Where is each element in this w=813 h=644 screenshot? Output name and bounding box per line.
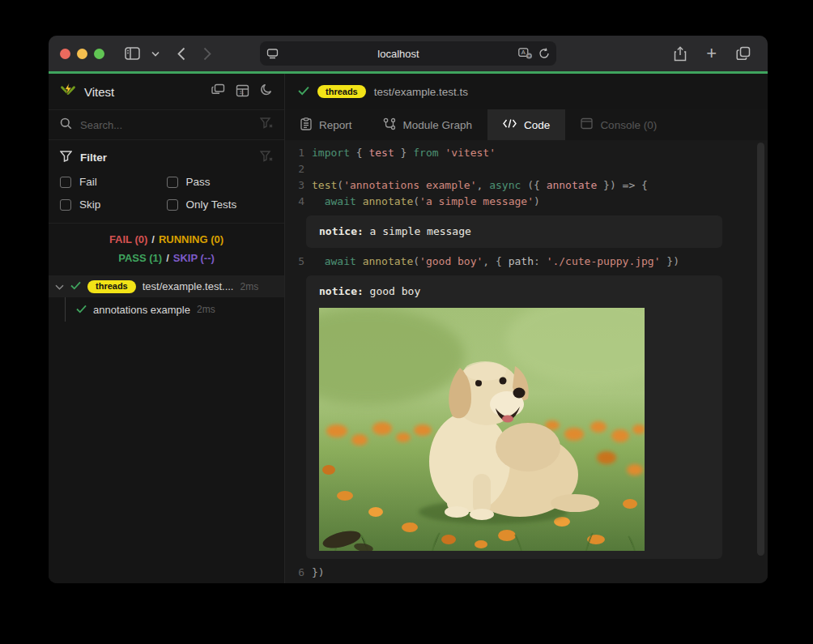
open-file-name: test/example.test.ts — [374, 86, 468, 98]
file-header: threads test/example.test.ts — [285, 74, 768, 109]
filter-funnel-icon — [60, 151, 72, 164]
annotation-notice: notice: good boy — [306, 275, 722, 559]
traffic-lights — [60, 49, 104, 59]
annotation-message: good boy — [364, 285, 420, 297]
new-tab-icon[interactable]: + — [700, 41, 722, 66]
test-duration: 2ms — [240, 281, 258, 292]
filter-checkbox-fail[interactable]: Fail — [60, 176, 167, 188]
annotation-label: notice: — [319, 225, 364, 237]
tab-overview-icon[interactable] — [730, 41, 756, 66]
sidebar-toggle-icon[interactable] — [119, 41, 146, 66]
view-tabs: Report Module Graph — [285, 109, 768, 140]
share-icon[interactable] — [668, 41, 692, 66]
pass-count: PASS (1) — [118, 252, 162, 264]
report-icon — [300, 117, 312, 133]
filter-checkbox-pass[interactable]: Pass — [167, 176, 274, 188]
test-file-name: test/example.test.... — [143, 280, 234, 292]
search-input[interactable] — [80, 119, 252, 131]
test-case-row[interactable]: annotations example 2ms — [49, 297, 284, 322]
browser-window: localhost A ★ — [49, 36, 768, 583]
tab-console[interactable]: Console (0) — [565, 109, 672, 140]
url-text: localhost — [279, 48, 518, 60]
check-icon — [298, 84, 309, 99]
app-title: Vitest — [84, 85, 114, 99]
clear-search-filter-icon[interactable] — [260, 117, 273, 132]
test-summary: FAIL (0)/RUNNING (0) PASS (1)/SKIP (--) — [49, 224, 284, 275]
pool-badge: threads — [317, 85, 366, 98]
search-icon — [60, 117, 72, 133]
test-file-row[interactable]: threads test/example.test.... 2ms — [49, 275, 284, 297]
filter-label: Filter — [80, 151, 107, 164]
code-line: 2 — [285, 161, 768, 177]
code-line: 6}) — [285, 565, 768, 581]
dashboard-icon[interactable] — [211, 83, 225, 100]
checkbox-icon — [167, 199, 178, 211]
zoom-window-button[interactable] — [94, 49, 104, 59]
checkbox-icon — [60, 177, 71, 188]
translate-icon[interactable]: A ★ — [518, 48, 533, 59]
sidebar: Vitest 31 — [49, 74, 285, 583]
annotation-message: a simple message — [364, 225, 471, 237]
minimize-window-button[interactable] — [77, 49, 87, 59]
code-icon — [503, 118, 517, 131]
tab-report[interactable]: Report — [285, 109, 368, 140]
code-line: 3test('annotations example', async ({ an… — [285, 177, 768, 194]
close-window-button[interactable] — [60, 49, 70, 59]
tab-code[interactable]: Code — [487, 109, 565, 140]
forward-button[interactable] — [198, 41, 217, 66]
code-line: 7 — [285, 581, 768, 583]
tab-module-graph[interactable]: Module Graph — [368, 109, 488, 140]
page-icon — [266, 49, 279, 59]
test-case-name: annotations example — [93, 304, 190, 316]
check-icon — [70, 280, 81, 292]
running-count: RUNNING (0) — [159, 233, 223, 245]
reload-icon[interactable] — [538, 48, 550, 59]
browser-toolbar: localhost A ★ — [49, 36, 768, 71]
annotation-notice: notice: a simple message — [306, 215, 722, 248]
svg-text:★: ★ — [527, 53, 531, 58]
dark-mode-moon-icon[interactable] — [260, 83, 273, 100]
calendar-icon[interactable]: 31 — [236, 83, 249, 100]
code-editor[interactable]: 1import { test } from 'vitest' 2 3test('… — [285, 140, 768, 583]
module-graph-icon — [383, 117, 396, 133]
test-tree: threads test/example.test.... 2ms annota… — [49, 275, 284, 583]
check-icon — [76, 304, 87, 316]
skip-count: SKIP (--) — [173, 252, 215, 264]
clear-filter-icon[interactable] — [260, 151, 273, 164]
filter-checkbox-only-tests[interactable]: Only Tests — [167, 198, 274, 211]
fail-count: FAIL (0) — [109, 233, 147, 245]
filter-section: Filter Fail Pass — [49, 140, 284, 224]
puppy-attachment-image — [319, 308, 645, 551]
chevron-down-icon[interactable] — [55, 280, 64, 292]
back-button[interactable] — [172, 41, 191, 66]
svg-text:A: A — [521, 49, 526, 56]
checkbox-icon — [60, 199, 71, 211]
code-line: 4 await annotate('a simple message') — [285, 194, 768, 210]
vitest-logo-icon — [60, 82, 76, 101]
code-line: 1import { test } from 'vitest' — [285, 145, 768, 161]
annotation-label: notice: — [319, 285, 364, 297]
console-icon — [581, 117, 593, 132]
code-line: 5 await annotate('good boy', { path: './… — [285, 254, 768, 270]
sidebar-menu-chevron-down-icon[interactable] — [146, 41, 165, 66]
address-bar[interactable]: localhost A ★ — [260, 41, 556, 66]
checkbox-icon — [167, 177, 178, 188]
test-duration: 2ms — [197, 304, 215, 315]
main-panel: threads test/example.test.ts Report — [285, 74, 768, 583]
indent-guide — [65, 297, 66, 322]
code-scrollbar-thumb[interactable] — [757, 143, 764, 556]
svg-text:31: 31 — [240, 90, 245, 94]
filter-checkbox-skip[interactable]: Skip — [60, 198, 167, 211]
pool-badge: threads — [87, 280, 136, 293]
